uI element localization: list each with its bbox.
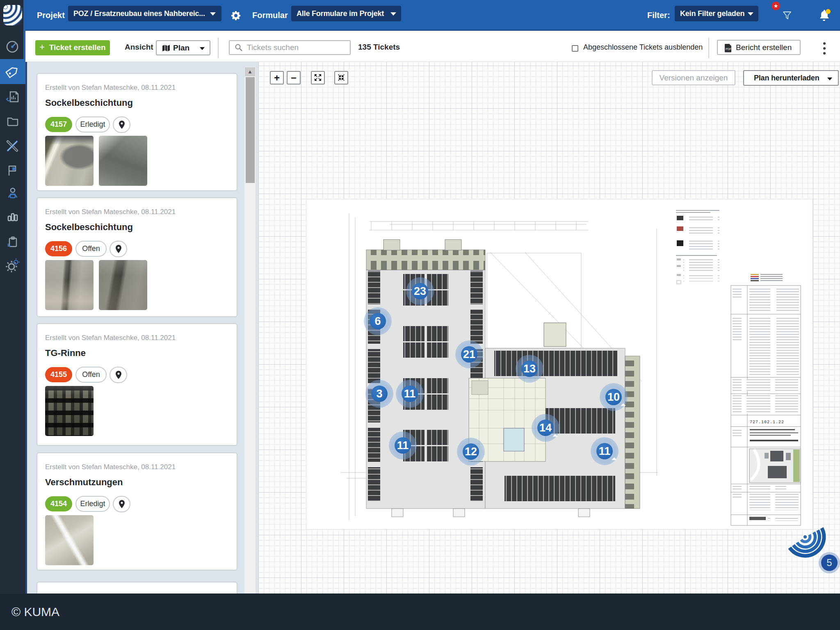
svg-text:5: 5	[826, 557, 832, 568]
svg-text:727.102.1.22: 727.102.1.22	[750, 420, 784, 425]
svg-text:PDF: PDF	[726, 48, 731, 50]
